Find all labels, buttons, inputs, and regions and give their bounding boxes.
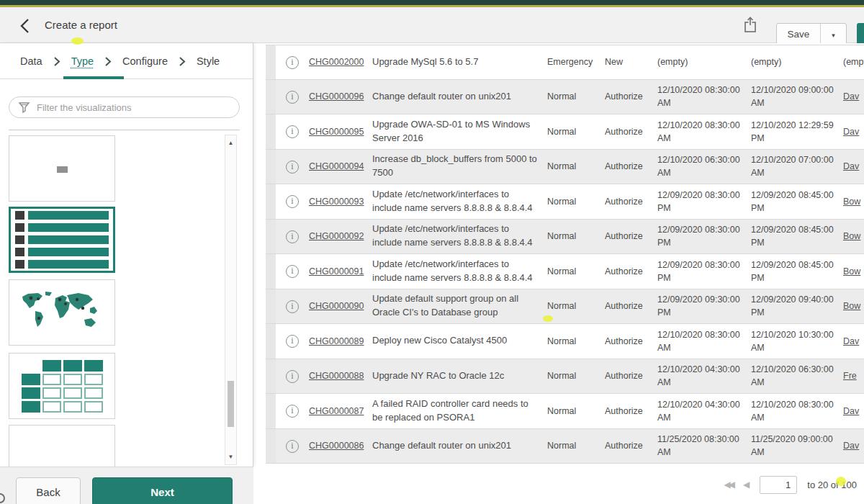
priority-cell: Normal (547, 335, 605, 348)
assigned-to-link[interactable]: (empty) (843, 57, 864, 67)
short-description-cell: Upgrade NY RAC to Oracle 12c (372, 369, 547, 383)
end-date-cell: (empty) (751, 55, 843, 68)
viz-tile-map[interactable] (9, 279, 115, 346)
info-icon[interactable]: i (286, 440, 299, 453)
record-number-link[interactable]: CHG0000086 (309, 441, 364, 451)
funnel-chart-icon (36, 165, 88, 173)
assigned-to-link[interactable]: Bow (843, 301, 860, 311)
first-page-icon[interactable]: ◀◀ (724, 480, 733, 490)
info-icon[interactable]: i (286, 405, 299, 418)
info-icon[interactable]: i (286, 161, 299, 174)
assigned-to-link[interactable]: Dav (843, 161, 859, 171)
viz-tile-pyramid[interactable] (9, 425, 115, 467)
table-row: i CHG0000088 Upgrade NY RAC to Oracle 12… (266, 359, 864, 395)
back-button[interactable] (16, 17, 35, 36)
info-icon[interactable]: i (286, 125, 299, 138)
info-icon[interactable]: i (286, 56, 299, 69)
page-title: Create a report (45, 7, 117, 43)
page-number-input[interactable] (760, 476, 797, 494)
save-dropdown-button[interactable]: ▼ (820, 24, 846, 44)
end-date-cell: 12/09/2020 09:40:00 PM (751, 293, 843, 319)
record-number-link[interactable]: CHG0000094 (309, 161, 364, 171)
record-number-link[interactable]: CHG0000091 (309, 266, 364, 276)
start-date-cell: 11/25/2020 08:30:00 AM (657, 433, 751, 459)
priority-cell: Normal (547, 405, 605, 418)
state-cell: Authorize (605, 369, 657, 382)
assigned-to-link[interactable]: Bow (843, 231, 860, 241)
end-date-cell: 12/10/2020 07:00:00 AM (751, 153, 843, 179)
viz-list-scrollbar[interactable]: ▲ ▼ (225, 135, 237, 465)
short-description-cell: Update /etc/network/interfaces to includ… (372, 258, 547, 285)
record-number-link[interactable]: CHG0002000 (309, 57, 364, 67)
row-range-label: to 20 of 100 (807, 480, 857, 490)
step-type[interactable]: Type (71, 55, 94, 67)
record-number-link[interactable]: CHG0000096 (309, 91, 364, 102)
info-icon[interactable]: i (286, 370, 299, 383)
record-number-link[interactable]: CHG0000093 (309, 197, 364, 207)
short-description-cell: Update default support group on all Orac… (372, 292, 547, 320)
start-date-cell: 12/10/2020 08:30:00 AM (657, 84, 751, 109)
info-icon[interactable]: i (286, 335, 299, 348)
assigned-to-link[interactable]: Fre (843, 371, 857, 381)
assigned-to-link[interactable]: Bow (843, 197, 860, 207)
scrollbar-thumb[interactable] (228, 381, 234, 427)
viz-tile-list[interactable] (9, 207, 115, 273)
pagination: ◀◀ ◀ to 20 of 100 (724, 474, 857, 495)
step-data[interactable]: Data (20, 55, 42, 67)
divider (9, 130, 240, 130)
record-number-link[interactable]: CHG0000088 (309, 371, 364, 381)
end-date-cell: 12/09/2020 08:45:00 PM (751, 223, 843, 249)
state-cell: Authorize (605, 405, 657, 418)
save-button[interactable]: Save (777, 24, 820, 44)
short-description-cell: Change default router on unix201 (372, 439, 547, 453)
assigned-to-link[interactable]: Dav (843, 127, 859, 137)
share-button[interactable] (740, 16, 760, 36)
record-number-link[interactable]: CHG0000095 (309, 127, 364, 137)
short-description-cell: A failed RAID controller card needs to b… (372, 397, 547, 425)
assigned-to-link[interactable]: Dav (843, 441, 859, 451)
info-icon[interactable]: i (286, 195, 299, 208)
row-gutter (266, 80, 276, 114)
active-step-underline (63, 76, 124, 79)
step-style[interactable]: Style (197, 55, 220, 67)
prev-page-icon[interactable]: ◀ (743, 480, 750, 490)
table-row: i CHG0000095 Upgrade OWA-SD-01 to MS Win… (266, 114, 864, 150)
info-icon[interactable]: i (286, 230, 299, 243)
wizard-next-button[interactable]: Next (92, 477, 233, 504)
state-cell: Authorize (605, 195, 657, 208)
record-number-link[interactable]: CHG0000092 (309, 231, 364, 241)
assigned-to-link[interactable]: Dav (843, 336, 859, 346)
short-description-cell: Upgrade MySql 5.6 to 5.7 (372, 55, 547, 69)
info-icon[interactable]: i (286, 91, 299, 104)
priority-cell: Normal (547, 300, 605, 312)
assigned-to-link[interactable]: Dav (843, 91, 859, 102)
record-number-link[interactable]: CHG0000090 (309, 301, 364, 311)
share-box-arrow-icon (742, 16, 759, 35)
wizard-back-button[interactable]: Back (16, 477, 81, 504)
table-row: i CHG0000090 Update default support grou… (266, 289, 864, 325)
priority-cell: Normal (547, 439, 605, 452)
state-cell: Authorize (605, 160, 657, 173)
start-date-cell: 12/09/2020 08:30:00 PM (657, 223, 751, 249)
scroll-up-icon[interactable]: ▲ (225, 140, 236, 146)
assigned-to-link[interactable]: Bow (843, 266, 860, 276)
state-cell: New (605, 55, 657, 68)
end-date-cell: 12/10/2020 09:00:00 AM (751, 84, 843, 109)
info-icon[interactable]: i (286, 265, 299, 278)
step-configure[interactable]: Configure (122, 55, 168, 67)
start-date-cell: 12/09/2020 09:30:00 PM (657, 293, 751, 319)
chevron-right-icon (104, 56, 112, 67)
record-number-link[interactable]: CHG0000087 (309, 406, 364, 416)
scroll-down-icon[interactable]: ▼ (225, 454, 236, 460)
viz-tile-funnel[interactable] (9, 135, 115, 202)
table-row: i CHG0000096 Change default router on un… (266, 80, 864, 115)
clipped-edge-button[interactable] (857, 23, 864, 45)
filter-input[interactable] (37, 102, 239, 113)
record-number-link[interactable]: CHG0000089 (309, 336, 364, 346)
assigned-to-link[interactable]: Dav (843, 406, 859, 416)
table-row: i CHG0000089 Deploy new Cisco Catalyst 4… (266, 324, 864, 359)
viz-tile-table[interactable] (9, 353, 115, 419)
info-icon[interactable]: i (286, 300, 299, 313)
world-map-icon (18, 289, 106, 336)
row-gutter (266, 45, 276, 79)
